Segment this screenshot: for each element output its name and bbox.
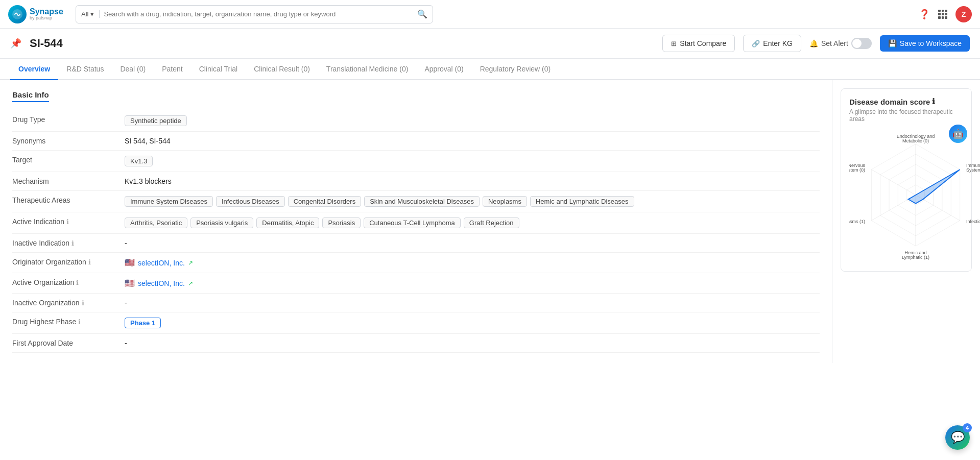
top-right-actions: ❓ Z — [919, 6, 972, 22]
therapeutic-area-tag: Skin and Musculoskeletal Diseases — [364, 196, 480, 207]
inactive-org-help-icon[interactable]: ℹ — [82, 299, 84, 307]
disease-domain-score-card: Disease domain score ℹ A glimpse into th… — [841, 88, 972, 272]
brand-name: Synapse by patsnap — [30, 8, 63, 20]
search-button[interactable]: 🔍 — [417, 9, 427, 19]
kg-icon: 🔗 — [752, 40, 760, 47]
tab-clinical-trial[interactable]: Clinical Trial — [191, 59, 246, 80]
drug-type-tag: Synthetic peptide — [125, 115, 187, 126]
help-button[interactable]: ❓ — [919, 9, 930, 20]
drug-type-row: Drug Type Synthetic peptide — [12, 110, 820, 132]
svg-text:System (6): System (6) — [966, 167, 980, 173]
phase-tag: Phase 1 — [125, 318, 161, 328]
inactive-indication-label: Inactive Indication ℹ — [12, 239, 125, 247]
mechanism-value: Kv1.3 blockers — [125, 177, 820, 185]
svg-text:Lymphatic (1): Lymphatic (1) — [902, 255, 929, 260]
active-indication-help-icon[interactable]: ℹ — [66, 218, 69, 226]
apps-grid-button[interactable] — [938, 10, 947, 19]
logo-icon[interactable] — [8, 5, 27, 23]
synonyms-value: SI 544, SI-544 — [125, 137, 820, 145]
toggle-knob — [852, 39, 862, 48]
therapeutic-area-tag: Congenital Disorders — [288, 196, 361, 207]
drug-name: SI-544 — [30, 37, 63, 50]
ai-bubble[interactable]: 🤖 — [949, 125, 967, 143]
svg-line-11 — [871, 170, 916, 195]
active-org-item: 🇺🇸 selectION, Inc. ↗ — [125, 278, 193, 288]
svg-text:System (0): System (0) — [849, 167, 865, 173]
svg-text:Neoplasms (1): Neoplasms (1) — [849, 219, 865, 224]
originator-trend-icon: ↗ — [188, 259, 193, 267]
tab-clinical-result[interactable]: Clinical Result (0) — [246, 59, 318, 80]
right-panel: Disease domain score ℹ A glimpse into th… — [832, 80, 980, 363]
target-label: Target — [12, 156, 125, 164]
first-approval-date-value: - — [125, 339, 820, 347]
save-icon: 💾 — [888, 39, 897, 47]
save-workspace-button[interactable]: 💾 Save to Workspace — [880, 35, 970, 52]
active-org-row: Active Organization ℹ 🇺🇸 selectION, Inc.… — [12, 273, 820, 294]
chevron-down-icon: ▾ — [90, 10, 94, 18]
inactive-org-label: Inactive Organization ℹ — [12, 299, 125, 307]
tab-patent[interactable]: Patent — [154, 59, 190, 80]
tab-deal[interactable]: Deal (0) — [112, 59, 154, 80]
tab-approval[interactable]: Approval (0) — [416, 59, 471, 80]
phase-help-icon[interactable]: ℹ — [78, 318, 81, 326]
therapeutic-area-tag: Hemic and Lymphatic Diseases — [530, 196, 634, 207]
active-indication-tag: Psoriasis — [322, 217, 361, 228]
radar-chart: Endocrinology and Metabolic (0) Immune S… — [849, 129, 980, 261]
originator-org-item: 🇺🇸 selectION, Inc. ↗ — [125, 258, 193, 268]
enter-kg-button[interactable]: 🔗 Enter KG — [743, 35, 801, 52]
target-tag: Kv1.3 — [125, 156, 153, 166]
search-dropdown[interactable]: All ▾ — [81, 10, 100, 18]
basic-info-title: Basic Info — [12, 90, 49, 102]
tab-regulatory-review[interactable]: Regulatory Review (0) — [472, 59, 559, 80]
top-bar: Synapse by patsnap All ▾ 🔍 ❓ Z — [0, 0, 980, 29]
alert-toggle[interactable] — [851, 38, 872, 49]
therapeutic-areas-label: Therapeutic Areas — [12, 196, 125, 204]
inactive-org-row: Inactive Organization ℹ - — [12, 294, 820, 312]
first-approval-date-row: First Approval Date - — [12, 334, 820, 353]
therapeutic-area-tag: Immune System Diseases — [125, 196, 213, 207]
drug-type-value: Synthetic peptide — [125, 115, 820, 126]
tab-overview[interactable]: Overview — [10, 59, 58, 80]
drug-type-label: Drug Type — [12, 115, 125, 124]
target-value: Kv1.3 — [125, 156, 820, 166]
originator-org-help-icon[interactable]: ℹ — [88, 258, 91, 266]
search-input[interactable] — [104, 10, 413, 18]
dds-help-icon[interactable]: ℹ — [932, 97, 935, 106]
radar-wrapper: 🤖 — [849, 129, 963, 263]
grid-icon — [938, 10, 947, 19]
originator-org-value: 🇺🇸 selectION, Inc. ↗ — [125, 258, 820, 268]
active-indication-tag: Dermatitis, Atopic — [256, 217, 319, 228]
active-trend-icon: ↗ — [188, 280, 193, 287]
synonyms-label: Synonyms — [12, 137, 125, 145]
alert-icon: 🔔 — [809, 39, 818, 47]
active-indication-tag: Cutaneous T-Cell Lymphoma — [364, 217, 461, 228]
inactive-org-value: - — [125, 299, 820, 307]
therapeutic-areas-row: Therapeutic Areas Immune System Diseases… — [12, 191, 820, 212]
drug-highest-phase-value: Phase 1 — [125, 318, 820, 328]
tab-translational-medicine[interactable]: Translational Medicine (0) — [318, 59, 417, 80]
main-content: Basic Info Drug Type Synthetic peptide S… — [0, 80, 980, 363]
pin-icon: 📌 — [10, 38, 21, 49]
svg-text:Metabolic (0): Metabolic (0) — [902, 138, 929, 143]
tabs-bar: Overview R&D Status Deal (0) Patent Clin… — [0, 59, 980, 80]
search-bar[interactable]: All ▾ 🔍 — [76, 5, 433, 23]
synonyms-row: Synonyms SI 544, SI-544 — [12, 132, 820, 151]
tab-rd-status[interactable]: R&D Status — [58, 59, 112, 80]
dds-card-wrapper: Disease domain score ℹ A glimpse into th… — [841, 88, 972, 272]
inactive-indication-help-icon[interactable]: ℹ — [71, 239, 74, 247]
originator-org-row: Originator Organization ℹ 🇺🇸 selectION, … — [12, 253, 820, 273]
left-content: Basic Info Drug Type Synthetic peptide S… — [0, 80, 832, 363]
therapeutic-area-tag: Infectious Diseases — [216, 196, 285, 207]
user-avatar[interactable]: Z — [955, 6, 972, 22]
originator-org-label: Originator Organization ℹ — [12, 258, 125, 266]
originator-flag: 🇺🇸 — [125, 258, 135, 268]
active-indication-row: Active Indication ℹ Arthritis, Psoriatic… — [12, 212, 820, 234]
dds-subtitle: A glimpse into the focused therapeutic a… — [849, 108, 963, 123]
logo-area: Synapse by patsnap — [8, 5, 69, 23]
start-compare-button[interactable]: ⊞ Start Compare — [662, 35, 735, 52]
set-alert-toggle-area: 🔔 Set Alert — [809, 38, 872, 49]
active-indication-tag: Arthritis, Psoriatic — [125, 217, 187, 228]
drug-highest-phase-label: Drug Highest Phase ℹ — [12, 318, 125, 326]
active-org-help-icon[interactable]: ℹ — [76, 279, 79, 286]
first-approval-date-label: First Approval Date — [12, 339, 125, 347]
